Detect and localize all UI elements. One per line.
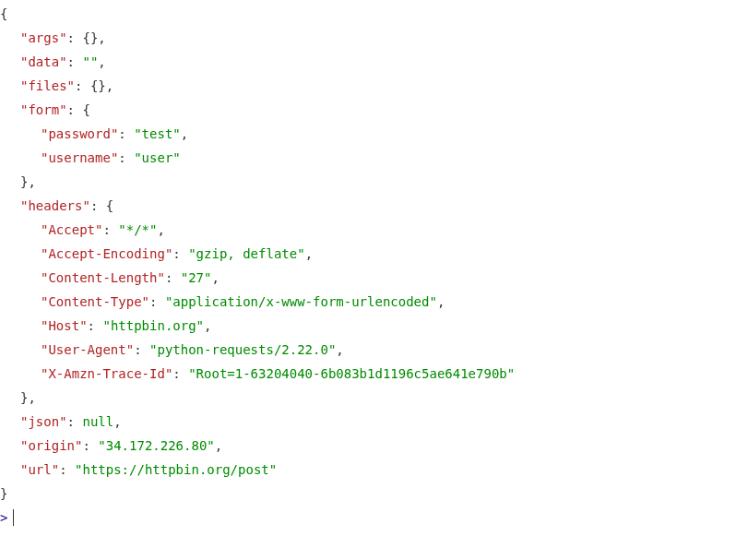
json-key-content-length: "Content-Length" — [41, 270, 165, 285]
json-key-content-type: "Content-Type" — [41, 294, 149, 309]
cursor — [13, 509, 14, 526]
json-key-json: "json" — [20, 414, 67, 429]
json-value-json: null — [82, 414, 113, 429]
json-value-user-agent: "python-requests/2.22.0" — [149, 342, 336, 357]
json-key-password: "password" — [41, 126, 118, 141]
json-value-data: "" — [82, 54, 98, 69]
json-key-files: "files" — [20, 78, 75, 93]
json-value-host: "httpbin.org" — [102, 318, 204, 333]
json-value-trace-id: "Root=1-63204040-6b083b1d1196c5ae641e790… — [188, 366, 515, 381]
json-output: { "args": {}, "data": "", "files": {}, "… — [0, 2, 736, 506]
json-value-accept-encoding: "gzip, deflate" — [188, 246, 304, 261]
json-key-user-agent: "User-Agent" — [41, 342, 134, 357]
json-key-trace-id: "X-Amzn-Trace-Id" — [41, 366, 172, 381]
json-value-password: "test" — [134, 126, 181, 141]
json-value-username: "user" — [134, 150, 181, 165]
json-value-accept: "*/*" — [118, 222, 157, 237]
json-key-host: "Host" — [41, 318, 88, 333]
json-key-args: "args" — [20, 30, 67, 45]
json-key-origin: "origin" — [20, 438, 82, 453]
json-value-content-type: "application/x-www-form-urlencoded" — [165, 294, 437, 309]
json-value-content-length: "27" — [181, 270, 212, 285]
close-brace: } — [0, 486, 7, 501]
json-value-args: {} — [82, 30, 98, 45]
json-value-files: {} — [90, 78, 106, 93]
json-value-url: "https://httpbin.org/post" — [75, 462, 277, 477]
json-key-accept-encoding: "Accept-Encoding" — [41, 246, 172, 261]
open-brace: { — [0, 6, 7, 21]
prompt-line[interactable]: > — [0, 506, 736, 530]
json-key-data: "data" — [20, 54, 67, 69]
json-key-url: "url" — [20, 462, 59, 477]
json-key-headers: "headers" — [20, 198, 90, 213]
json-key-username: "username" — [41, 150, 118, 165]
prompt-symbol: > — [0, 506, 7, 530]
json-value-origin: "34.172.226.80" — [98, 438, 214, 453]
json-key-form: "form" — [20, 102, 67, 117]
json-key-accept: "Accept" — [41, 222, 102, 237]
